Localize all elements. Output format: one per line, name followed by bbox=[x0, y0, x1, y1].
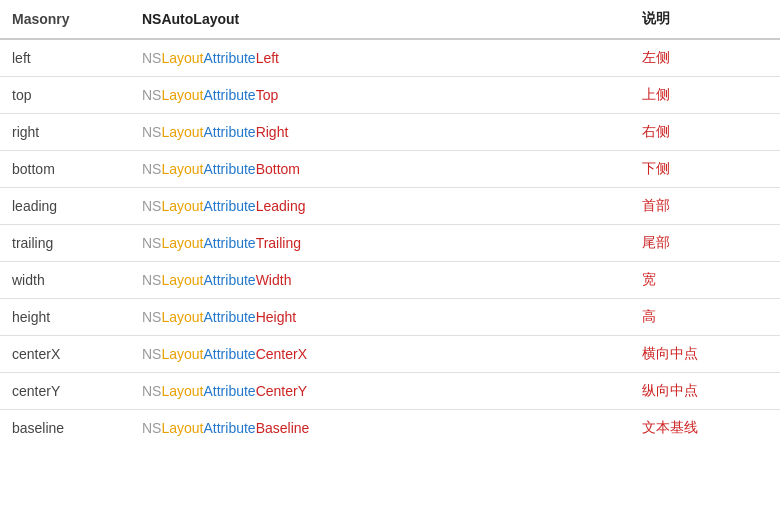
ns-attribute: Attribute bbox=[204, 272, 256, 288]
description-value: 尾部 bbox=[642, 234, 670, 250]
cell-autolayout: NSLayoutAttributeLeading bbox=[130, 188, 630, 225]
ns-attribute: Attribute bbox=[204, 383, 256, 399]
table-row: widthNSLayoutAttributeWidth宽 bbox=[0, 262, 780, 299]
ns-attribute: Attribute bbox=[204, 87, 256, 103]
ns-attribute: Attribute bbox=[204, 235, 256, 251]
masonry-value: height bbox=[12, 309, 50, 325]
cell-description: 文本基线 bbox=[630, 410, 780, 447]
description-value: 纵向中点 bbox=[642, 382, 698, 398]
table-row: centerYNSLayoutAttributeCenterY纵向中点 bbox=[0, 373, 780, 410]
cell-description: 下侧 bbox=[630, 151, 780, 188]
ns-layout: Layout bbox=[161, 309, 203, 325]
cell-autolayout: NSLayoutAttributeLeft bbox=[130, 39, 630, 77]
ns-layout: Layout bbox=[161, 272, 203, 288]
ns-prefix: NS bbox=[142, 161, 161, 177]
ns-attribute: Attribute bbox=[204, 420, 256, 436]
cell-description: 高 bbox=[630, 299, 780, 336]
table-row: leftNSLayoutAttributeLeft左侧 bbox=[0, 39, 780, 77]
ns-attribute-value: CenterX bbox=[256, 346, 307, 362]
description-value: 横向中点 bbox=[642, 345, 698, 361]
ns-attribute-value: Top bbox=[256, 87, 279, 103]
description-value: 左侧 bbox=[642, 49, 670, 65]
table-row: baselineNSLayoutAttributeBaseline文本基线 bbox=[0, 410, 780, 447]
cell-autolayout: NSLayoutAttributeBaseline bbox=[130, 410, 630, 447]
ns-layout: Layout bbox=[161, 346, 203, 362]
cell-masonry: leading bbox=[0, 188, 130, 225]
ns-attribute-value: CenterY bbox=[256, 383, 307, 399]
table-container: Masonry NSAutoLayout 说明 leftNSLayoutAttr… bbox=[0, 0, 780, 446]
ns-layout: Layout bbox=[161, 235, 203, 251]
table-row: bottomNSLayoutAttributeBottom下侧 bbox=[0, 151, 780, 188]
cell-masonry: baseline bbox=[0, 410, 130, 447]
table-row: topNSLayoutAttributeTop上侧 bbox=[0, 77, 780, 114]
ns-attribute-value: Leading bbox=[256, 198, 306, 214]
ns-prefix: NS bbox=[142, 346, 161, 362]
masonry-value: centerX bbox=[12, 346, 60, 362]
masonry-value: top bbox=[12, 87, 31, 103]
cell-masonry: height bbox=[0, 299, 130, 336]
header-autolayout: NSAutoLayout bbox=[130, 0, 630, 39]
cell-masonry: left bbox=[0, 39, 130, 77]
ns-prefix: NS bbox=[142, 198, 161, 214]
ns-layout: Layout bbox=[161, 87, 203, 103]
cell-autolayout: NSLayoutAttributeHeight bbox=[130, 299, 630, 336]
ns-prefix: NS bbox=[142, 235, 161, 251]
table-row: leadingNSLayoutAttributeLeading首部 bbox=[0, 188, 780, 225]
masonry-value: baseline bbox=[12, 420, 64, 436]
ns-prefix: NS bbox=[142, 50, 161, 66]
masonry-value: leading bbox=[12, 198, 57, 214]
cell-description: 纵向中点 bbox=[630, 373, 780, 410]
ns-layout: Layout bbox=[161, 50, 203, 66]
description-value: 宽 bbox=[642, 271, 656, 287]
cell-autolayout: NSLayoutAttributeTrailing bbox=[130, 225, 630, 262]
cell-description: 横向中点 bbox=[630, 336, 780, 373]
ns-prefix: NS bbox=[142, 309, 161, 325]
ns-attribute-value: Trailing bbox=[256, 235, 301, 251]
masonry-value: centerY bbox=[12, 383, 60, 399]
ns-layout: Layout bbox=[161, 420, 203, 436]
ns-attribute: Attribute bbox=[204, 346, 256, 362]
ns-attribute-value: Bottom bbox=[256, 161, 300, 177]
cell-masonry: top bbox=[0, 77, 130, 114]
ns-prefix: NS bbox=[142, 272, 161, 288]
ns-attribute-value: Right bbox=[256, 124, 289, 140]
ns-attribute: Attribute bbox=[204, 198, 256, 214]
cell-autolayout: NSLayoutAttributeRight bbox=[130, 114, 630, 151]
cell-autolayout: NSLayoutAttributeBottom bbox=[130, 151, 630, 188]
cell-description: 首部 bbox=[630, 188, 780, 225]
cell-masonry: trailing bbox=[0, 225, 130, 262]
table-header-row: Masonry NSAutoLayout 说明 bbox=[0, 0, 780, 39]
cell-autolayout: NSLayoutAttributeCenterX bbox=[130, 336, 630, 373]
cell-description: 宽 bbox=[630, 262, 780, 299]
header-masonry: Masonry bbox=[0, 0, 130, 39]
ns-attribute: Attribute bbox=[204, 309, 256, 325]
masonry-value: width bbox=[12, 272, 45, 288]
table-row: rightNSLayoutAttributeRight右侧 bbox=[0, 114, 780, 151]
ns-attribute: Attribute bbox=[204, 124, 256, 140]
ns-layout: Layout bbox=[161, 161, 203, 177]
cell-autolayout: NSLayoutAttributeTop bbox=[130, 77, 630, 114]
masonry-value: left bbox=[12, 50, 31, 66]
cell-masonry: right bbox=[0, 114, 130, 151]
masonry-value: trailing bbox=[12, 235, 53, 251]
description-value: 上侧 bbox=[642, 86, 670, 102]
cell-masonry: bottom bbox=[0, 151, 130, 188]
ns-layout: Layout bbox=[161, 198, 203, 214]
table-row: trailingNSLayoutAttributeTrailing尾部 bbox=[0, 225, 780, 262]
description-value: 高 bbox=[642, 308, 656, 324]
cell-description: 左侧 bbox=[630, 39, 780, 77]
ns-attribute-value: Height bbox=[256, 309, 296, 325]
ns-prefix: NS bbox=[142, 383, 161, 399]
ns-attribute: Attribute bbox=[204, 161, 256, 177]
ns-prefix: NS bbox=[142, 124, 161, 140]
cell-masonry: width bbox=[0, 262, 130, 299]
ns-prefix: NS bbox=[142, 87, 161, 103]
description-value: 右侧 bbox=[642, 123, 670, 139]
description-value: 文本基线 bbox=[642, 419, 698, 435]
cell-masonry: centerY bbox=[0, 373, 130, 410]
ns-layout: Layout bbox=[161, 124, 203, 140]
cell-autolayout: NSLayoutAttributeWidth bbox=[130, 262, 630, 299]
description-value: 首部 bbox=[642, 197, 670, 213]
masonry-value: right bbox=[12, 124, 39, 140]
ns-attribute-value: Baseline bbox=[256, 420, 310, 436]
